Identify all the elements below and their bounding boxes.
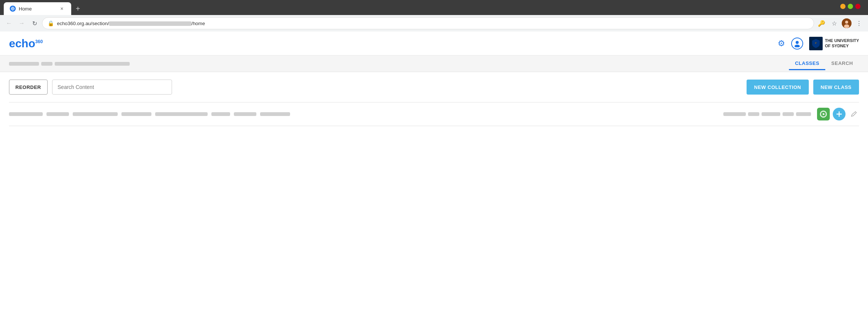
new-class-button[interactable]: NEW CLASS [813, 80, 859, 95]
close-button[interactable] [855, 4, 861, 9]
toolbar-row: REORDER NEW COLLECTION NEW CLASS [9, 80, 859, 95]
row-text-3 [73, 112, 118, 116]
tab-favicon [10, 6, 16, 12]
row-text-2 [46, 112, 69, 116]
sydney-text: THE UNIVERSITY OF SYDNEY [825, 38, 859, 48]
reload-button[interactable]: ↻ [29, 18, 40, 29]
browser-tab[interactable]: Home × [4, 2, 71, 15]
menu-dots-btn[interactable]: ⋮ [854, 18, 864, 29]
key-icon-btn[interactable]: 🔑 [816, 18, 827, 29]
user-icon[interactable] [791, 38, 803, 50]
row-text-6 [211, 112, 230, 116]
back-button[interactable]: ← [4, 18, 14, 29]
nav-tabs: CLASSES SEARCH [789, 57, 859, 70]
app-header: echo360 ⚙ 🎓 THE UNIVERSITY OF SYDNEY [0, 32, 868, 56]
new-collection-button[interactable]: NEW COLLECTION [747, 80, 808, 95]
meta-3 [762, 112, 780, 116]
breadcrumb-item-2 [41, 62, 52, 66]
svg-point-4 [845, 21, 848, 24]
svg-text:🎓: 🎓 [815, 42, 817, 44]
breadcrumb-item-1 [9, 62, 39, 66]
svg-point-7 [795, 45, 800, 47]
address-text: echo360.org.au/section//home [57, 21, 808, 26]
sydney-university-logo: 🎓 THE UNIVERSITY OF SYDNEY [809, 37, 859, 50]
row-text-8 [260, 112, 290, 116]
meta-5 [796, 112, 811, 116]
row-text-1 [9, 112, 43, 116]
maximize-button[interactable] [848, 4, 853, 9]
breadcrumb-item-3 [55, 62, 130, 66]
table-row [9, 102, 859, 126]
forward-button[interactable]: → [16, 18, 27, 29]
bookmark-icon-btn[interactable]: ☆ [829, 18, 840, 29]
header-icons: ⚙ 🎓 THE UNIVERSITY OF SYDNEY [778, 37, 859, 50]
minimize-button[interactable] [840, 4, 846, 9]
meta-2 [748, 112, 759, 116]
address-bar[interactable]: 🔒 echo360.org.au/section//home [42, 17, 814, 29]
nav-bar: CLASSES SEARCH [0, 56, 868, 72]
row-meta [723, 112, 811, 116]
row-text-4 [121, 112, 151, 116]
edit-button[interactable] [849, 109, 859, 119]
tab-search[interactable]: SEARCH [825, 57, 859, 70]
meta-1 [723, 112, 746, 116]
profile-avatar[interactable] [842, 18, 852, 28]
tab-title: Home [19, 6, 55, 12]
row-content [9, 112, 717, 116]
breadcrumb [9, 62, 789, 66]
reorder-button[interactable]: REORDER [9, 80, 48, 95]
new-tab-button[interactable]: + [73, 3, 83, 15]
add-button[interactable] [833, 108, 846, 120]
row-text-5 [155, 112, 208, 116]
row-actions [817, 108, 859, 120]
svg-marker-11 [823, 113, 825, 116]
tab-classes[interactable]: CLASSES [789, 57, 825, 70]
svg-point-5 [844, 24, 849, 28]
svg-point-6 [796, 41, 799, 44]
tab-close-btn[interactable]: × [58, 5, 65, 12]
row-text-7 [234, 112, 256, 116]
main-content: REORDER NEW COLLECTION NEW CLASS [0, 72, 868, 134]
media-icon-button[interactable] [817, 108, 830, 120]
search-input-wrap [52, 80, 172, 95]
search-input[interactable] [52, 80, 172, 95]
echo-logo: echo360 [9, 37, 43, 50]
sydney-shield-icon: 🎓 [809, 37, 823, 50]
echo-logo-text: echo360 [9, 37, 43, 50]
traffic-lights [840, 4, 861, 9]
meta-4 [783, 112, 794, 116]
lock-icon: 🔒 [48, 20, 54, 26]
settings-icon[interactable]: ⚙ [778, 39, 785, 48]
